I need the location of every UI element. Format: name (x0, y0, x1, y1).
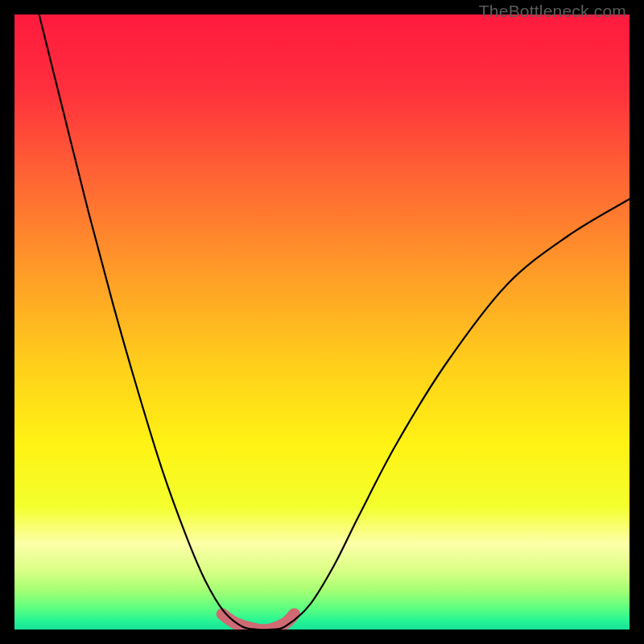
curve-layer (14, 14, 630, 630)
plot-area (14, 14, 630, 630)
chart-frame: TheBottleneck.com (0, 0, 644, 644)
bottleneck-curve (39, 14, 630, 630)
watermark-text: TheBottleneck.com (479, 2, 626, 21)
